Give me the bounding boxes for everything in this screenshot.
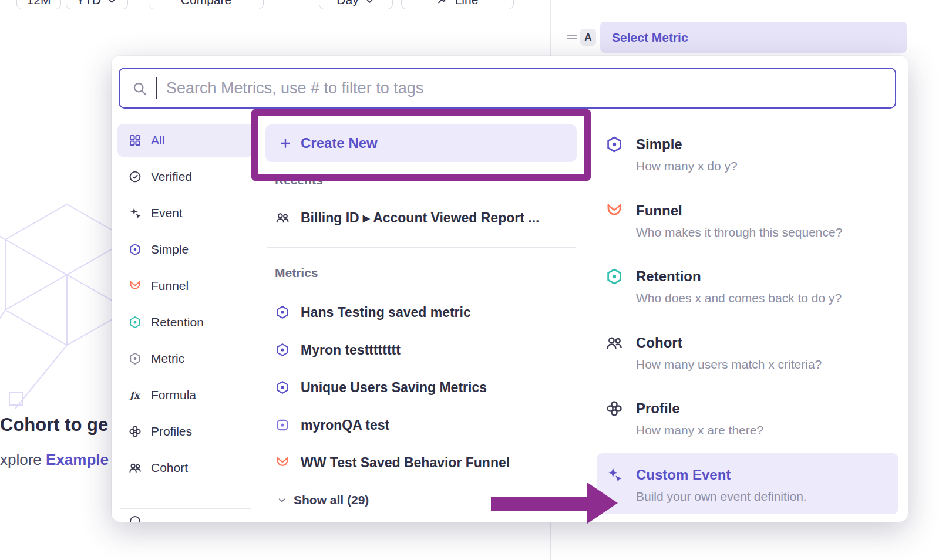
saved-metric-hexagon-icon bbox=[275, 305, 290, 320]
event-spark-icon bbox=[128, 206, 142, 220]
show-all-label: Show all (29) bbox=[294, 493, 369, 507]
type-cohort[interactable]: Cohort How many users match x criteria? bbox=[605, 334, 896, 372]
circle-icon bbox=[128, 514, 142, 522]
type-retention[interactable]: Retention Who does x and comes back to d… bbox=[605, 268, 896, 305]
sidebar-item-label: Formula bbox=[151, 388, 196, 402]
select-metric-field[interactable]: Select Metric bbox=[600, 22, 907, 53]
sidebar-item-cohort[interactable]: Cohort bbox=[117, 451, 254, 484]
cohort-people-icon bbox=[605, 333, 624, 352]
sidebar-item-label: Metric bbox=[151, 352, 184, 366]
metric-picker-modal: All Verified Event Simple Funnel Retenti… bbox=[112, 56, 908, 522]
sidebar-item-formula[interactable]: ƒx Formula bbox=[117, 379, 254, 411]
compare-button[interactable]: Compare bbox=[149, 0, 264, 9]
search-icon bbox=[132, 80, 147, 96]
sidebar-item-label: Simple bbox=[151, 242, 189, 257]
chevron-down-icon bbox=[106, 0, 117, 6]
saved-metric-hexagon-icon bbox=[275, 380, 290, 395]
metric-search-input[interactable] bbox=[165, 79, 883, 98]
chart-type-line-button[interactable]: Line bbox=[401, 0, 514, 9]
type-custom-event[interactable]: Custom Event Build your own event defini… bbox=[605, 466, 896, 504]
empty-state-headline: Cohort to ge bbox=[0, 414, 108, 436]
sidebar-item-clipped[interactable] bbox=[117, 514, 142, 522]
range-12m-button[interactable]: 12M bbox=[16, 0, 61, 9]
saved-metric-hexagon-icon bbox=[275, 342, 290, 357]
metric-search-box[interactable] bbox=[119, 68, 896, 109]
type-simple[interactable]: Simple How many x do y? bbox=[605, 136, 896, 173]
sidebar-item-simple[interactable]: Simple bbox=[117, 233, 254, 266]
sidebar-item-label: Profiles bbox=[151, 424, 192, 438]
type-desc: How many x are there? bbox=[636, 423, 763, 437]
metric-item-label: myronQA test bbox=[301, 417, 389, 433]
svg-text:ƒx: ƒx bbox=[128, 390, 141, 401]
sidebar-item-label: Funnel bbox=[151, 279, 189, 293]
chevron-down-icon bbox=[364, 0, 375, 6]
app-canvas: 12M YTD Compare Day Line A Select Metric… bbox=[0, 0, 949, 560]
type-desc: Who makes it through this sequence? bbox=[636, 225, 842, 239]
example-reports-link[interactable]: Example bbox=[46, 451, 109, 468]
saved-funnel-icon bbox=[275, 455, 290, 470]
sidebar-item-all[interactable]: All bbox=[117, 124, 254, 157]
type-title: Retention bbox=[636, 268, 842, 285]
metric-item-label: Myron testttttttt bbox=[301, 342, 401, 358]
create-new-button[interactable]: Create New bbox=[265, 124, 577, 162]
metric-list-item[interactable]: Hans Testing saved metric bbox=[265, 296, 577, 329]
sidebar-item-metric[interactable]: Metric bbox=[117, 342, 254, 375]
plus-icon bbox=[278, 136, 292, 150]
profiles-flower-icon bbox=[128, 424, 142, 438]
recents-divider bbox=[267, 247, 576, 248]
type-funnel[interactable]: Funnel Who makes it through this sequenc… bbox=[605, 202, 896, 239]
range-ytd-label: YTD bbox=[76, 0, 101, 7]
sidebar-item-profiles[interactable]: Profiles bbox=[117, 415, 254, 448]
custom-event-spark-icon bbox=[605, 465, 624, 484]
saved-metric-square-icon bbox=[275, 417, 290, 433]
line-chart-icon bbox=[437, 0, 450, 6]
chevron-down-icon bbox=[276, 494, 288, 506]
metric-item-label: Hans Testing saved metric bbox=[301, 305, 471, 321]
type-desc: Build your own event definition. bbox=[636, 490, 807, 504]
simple-hexagon-icon bbox=[128, 242, 142, 257]
category-sidebar: All Verified Event Simple Funnel Retenti… bbox=[117, 124, 254, 484]
compare-label: Compare bbox=[181, 0, 231, 7]
recents-heading: Recents bbox=[275, 173, 323, 187]
grid-icon bbox=[128, 133, 142, 147]
sidebar-item-funnel[interactable]: Funnel bbox=[117, 269, 254, 302]
metric-list-item[interactable]: WW Test Saved Behavior Funnel bbox=[265, 446, 577, 479]
funnel-icon bbox=[605, 201, 624, 220]
sidebar-item-label: All bbox=[151, 133, 164, 147]
sidebar-item-verified[interactable]: Verified bbox=[117, 160, 254, 193]
sidebar-item-label: Event bbox=[151, 206, 183, 220]
retention-hexagon-icon bbox=[605, 267, 624, 286]
funnel-icon bbox=[128, 279, 142, 293]
verified-icon bbox=[128, 170, 142, 184]
text-cursor bbox=[156, 77, 157, 99]
empty-state-explore-line: xplore Example bbox=[0, 451, 109, 469]
type-title: Custom Event bbox=[636, 466, 807, 484]
metric-list-item[interactable]: myronQA test bbox=[265, 409, 577, 441]
recent-item[interactable]: Billing ID ▸ Account Viewed Report ... bbox=[265, 201, 577, 234]
cohort-people-icon bbox=[275, 210, 290, 225]
type-title: Cohort bbox=[636, 334, 822, 352]
sidebar-divider bbox=[120, 508, 251, 509]
metric-list-item[interactable]: Unique Users Saving Metrics bbox=[265, 371, 577, 404]
range-ytd-button[interactable]: YTD bbox=[66, 0, 128, 9]
metrics-heading: Metrics bbox=[275, 266, 318, 280]
sidebar-item-event[interactable]: Event bbox=[117, 197, 254, 230]
profiles-flower-icon bbox=[605, 399, 624, 418]
sidebar-item-retention[interactable]: Retention bbox=[117, 306, 254, 339]
type-desc: How many x do y? bbox=[636, 159, 738, 173]
show-all-toggle[interactable]: Show all (29) bbox=[265, 490, 369, 510]
range-12m-label: 12M bbox=[27, 0, 51, 7]
retention-hexagon-icon bbox=[128, 315, 142, 329]
metric-list-item[interactable]: Myron testttttttt bbox=[265, 333, 577, 366]
metric-item-label: Unique Users Saving Metrics bbox=[301, 380, 487, 396]
metric-item-label: WW Test Saved Behavior Funnel bbox=[301, 455, 510, 471]
drag-handle-icon[interactable] bbox=[565, 30, 579, 44]
cohort-people-icon bbox=[128, 461, 142, 475]
create-new-label: Create New bbox=[301, 135, 378, 151]
select-metric-label: Select Metric bbox=[612, 31, 688, 45]
query-row-badge-label: A bbox=[584, 32, 591, 43]
chart-type-line-label: Line bbox=[455, 0, 479, 7]
type-profile[interactable]: Profile How many x are there? bbox=[605, 400, 896, 437]
interval-day-button[interactable]: Day bbox=[319, 0, 393, 9]
sidebar-item-label: Verified bbox=[151, 170, 192, 184]
